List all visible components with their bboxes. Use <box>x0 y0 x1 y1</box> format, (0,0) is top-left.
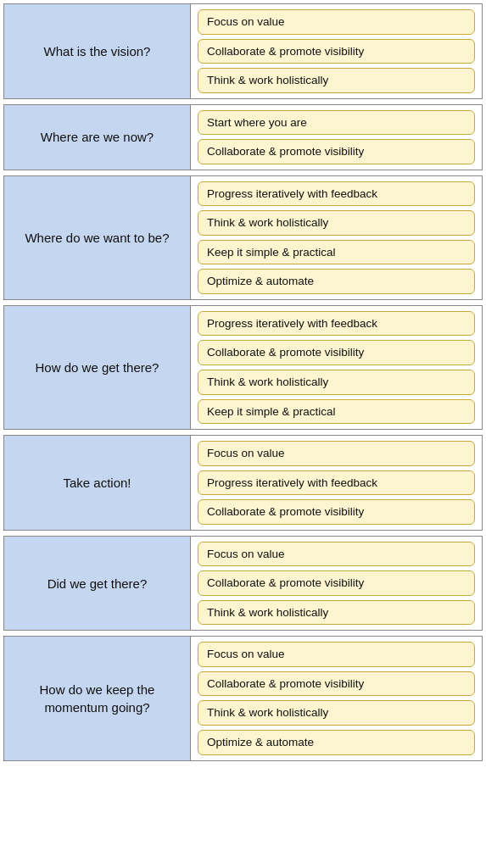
row-get-there: How do we get there?Progress iteratively… <box>3 305 483 430</box>
question-did-we-get: Did we get there? <box>47 575 148 593</box>
tag-get-there-2: Think & work holistically <box>198 370 475 395</box>
tag-get-there-0: Progress iteratively with feedback <box>198 311 475 337</box>
question-take-action: Take action! <box>63 474 131 492</box>
tag-take-action-0: Focus on value <box>198 441 475 466</box>
tag-want-to-be-3: Optimize & automate <box>198 269 475 294</box>
tag-momentum-3: Optimize & automate <box>198 730 475 755</box>
right-cell-now: Start where you areCollaborate & promote… <box>191 105 482 170</box>
row-want-to-be: Where do we want to be?Progress iterativ… <box>3 175 483 300</box>
tag-did-we-get-1: Collaborate & promote visibility <box>198 570 475 596</box>
left-cell-did-we-get: Did we get there? <box>4 537 191 631</box>
row-momentum: How do we keep the momentum going?Focus … <box>3 636 483 760</box>
right-cell-vision: Focus on valueCollaborate & promote visi… <box>191 4 482 98</box>
tag-get-there-3: Keep it simple & practical <box>198 399 475 425</box>
right-cell-want-to-be: Progress iteratively with feedbackThink … <box>191 176 482 299</box>
right-cell-momentum: Focus on valueCollaborate & promote visi… <box>191 637 482 760</box>
tag-vision-1: Collaborate & promote visibility <box>198 39 475 64</box>
tag-momentum-2: Think & work holistically <box>198 700 475 726</box>
tag-want-to-be-0: Progress iteratively with feedback <box>198 181 475 207</box>
row-take-action: Take action!Focus on valueProgress itera… <box>3 435 483 531</box>
right-cell-did-we-get: Focus on valueCollaborate & promote visi… <box>191 537 482 631</box>
row-did-we-get: Did we get there?Focus on valueCollabora… <box>3 536 483 632</box>
left-cell-vision: What is the vision? <box>4 4 191 98</box>
question-now: Where are we now? <box>41 128 154 146</box>
left-cell-momentum: How do we keep the momentum going? <box>4 637 191 760</box>
main-table: What is the vision?Focus on valueCollabo… <box>0 0 486 770</box>
left-cell-want-to-be: Where do we want to be? <box>4 176 191 299</box>
tag-get-there-1: Collaborate & promote visibility <box>198 340 475 365</box>
tag-vision-0: Focus on value <box>198 9 475 35</box>
question-momentum: How do we keep the momentum going? <box>13 681 182 716</box>
row-now: Where are we now?Start where you areColl… <box>3 104 483 170</box>
left-cell-get-there: How do we get there? <box>4 306 191 429</box>
left-cell-take-action: Take action! <box>4 436 191 530</box>
row-vision: What is the vision?Focus on valueCollabo… <box>3 3 483 99</box>
tag-momentum-0: Focus on value <box>198 642 475 667</box>
tag-momentum-1: Collaborate & promote visibility <box>198 671 475 697</box>
left-cell-now: Where are we now? <box>4 105 191 170</box>
tag-vision-2: Think & work holistically <box>198 68 475 93</box>
tag-did-we-get-0: Focus on value <box>198 542 475 567</box>
question-vision: What is the vision? <box>44 42 151 60</box>
tag-now-0: Start where you are <box>198 110 475 136</box>
question-want-to-be: Where do we want to be? <box>25 229 169 247</box>
tag-want-to-be-2: Keep it simple & practical <box>198 240 475 265</box>
tag-want-to-be-1: Think & work holistically <box>198 210 475 236</box>
tag-did-we-get-2: Think & work holistically <box>198 600 475 626</box>
right-cell-get-there: Progress iteratively with feedbackCollab… <box>191 306 482 429</box>
question-get-there: How do we get there? <box>36 359 159 376</box>
tag-now-1: Collaborate & promote visibility <box>198 139 475 164</box>
tag-take-action-1: Progress iteratively with feedback <box>198 470 475 496</box>
tag-take-action-2: Collaborate & promote visibility <box>198 499 475 525</box>
right-cell-take-action: Focus on valueProgress iteratively with … <box>191 436 482 530</box>
